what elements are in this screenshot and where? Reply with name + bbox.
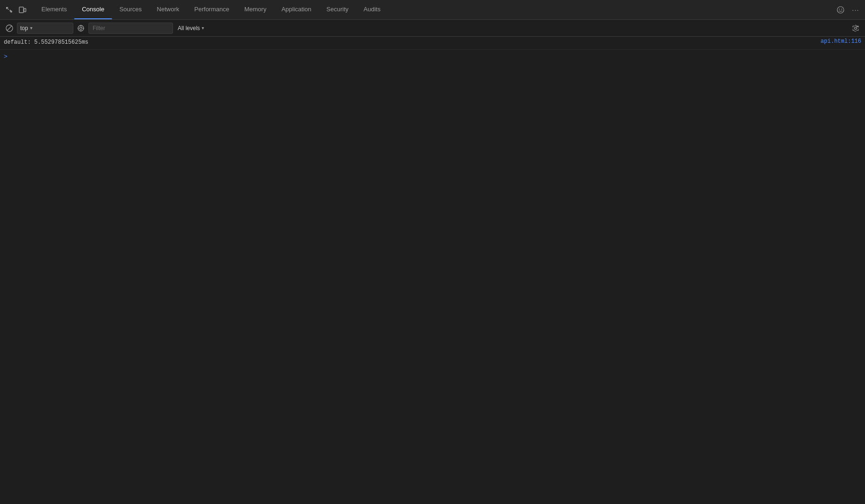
console-output: default: 5.552978515625ms api.html:116 > xyxy=(0,37,865,504)
device-mode-icon[interactable] xyxy=(17,4,28,16)
svg-point-4 xyxy=(841,8,842,9)
console-entry: default: 5.552978515625ms api.html:116 xyxy=(0,37,865,50)
context-selector[interactable]: top ▾ xyxy=(17,23,73,34)
clear-console-button[interactable] xyxy=(4,23,15,34)
inspect-icon[interactable] xyxy=(4,4,15,16)
svg-point-3 xyxy=(839,8,840,9)
console-input-area: > xyxy=(0,50,865,63)
svg-rect-1 xyxy=(24,8,26,12)
filter-input[interactable] xyxy=(88,23,173,34)
svg-rect-0 xyxy=(19,7,24,13)
tab-security[interactable]: Security xyxy=(319,0,356,19)
nav-icon-group xyxy=(4,4,28,16)
live-expressions-button[interactable] xyxy=(75,23,86,34)
tab-memory[interactable]: Memory xyxy=(237,0,274,19)
nav-tabs: Elements Console Sources Network Perform… xyxy=(34,0,835,19)
console-prompt: > xyxy=(4,53,8,60)
tab-sources[interactable]: Sources xyxy=(112,0,149,19)
emoji-icon[interactable] xyxy=(835,4,846,16)
nav-right-icons: ··· xyxy=(835,4,861,16)
tab-elements[interactable]: Elements xyxy=(34,0,74,19)
console-toolbar: top ▾ All levels ▾ xyxy=(0,20,865,37)
console-settings-button[interactable] xyxy=(850,23,861,34)
console-entry-text: default: 5.552978515625ms xyxy=(4,38,813,47)
tab-console[interactable]: Console xyxy=(74,0,112,19)
tab-performance[interactable]: Performance xyxy=(187,0,236,19)
tab-application[interactable]: Application xyxy=(274,0,319,19)
console-input[interactable] xyxy=(9,53,861,60)
svg-point-8 xyxy=(80,27,82,29)
context-label: top xyxy=(20,25,28,32)
context-chevron-icon: ▾ xyxy=(30,25,32,31)
more-options-icon[interactable]: ··· xyxy=(850,4,861,16)
tab-network[interactable]: Network xyxy=(149,0,187,19)
levels-label: All levels xyxy=(178,25,200,32)
levels-selector[interactable]: All levels ▾ xyxy=(175,23,207,34)
svg-line-6 xyxy=(7,26,12,31)
tab-audits[interactable]: Audits xyxy=(356,0,388,19)
devtools-nav-bar: Elements Console Sources Network Perform… xyxy=(0,0,865,20)
levels-chevron-icon: ▾ xyxy=(202,25,204,31)
console-entry-link[interactable]: api.html:116 xyxy=(813,38,861,45)
svg-point-2 xyxy=(837,7,844,13)
main-content: top ▾ All levels ▾ xyxy=(0,20,865,504)
